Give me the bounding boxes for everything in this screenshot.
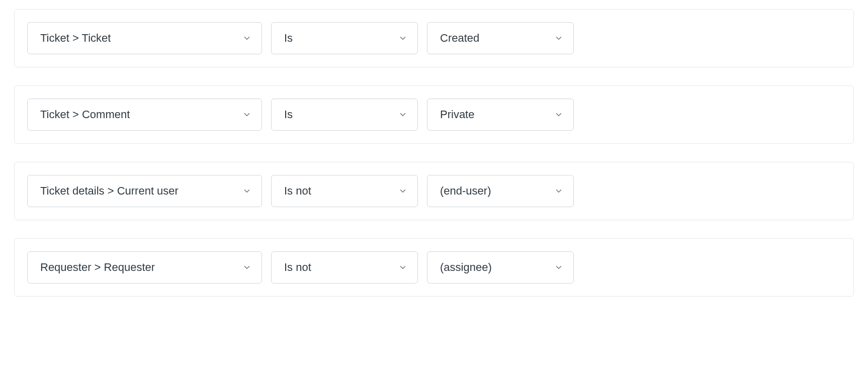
operator-label: Is not (284, 184, 311, 198)
field-label: Ticket details > Current user (40, 184, 179, 198)
value-label: Private (440, 108, 474, 121)
chevron-down-icon (398, 263, 407, 272)
operator-dropdown[interactable]: Is not (271, 175, 418, 207)
condition-row: Requester > Requester Is not (assignee) (14, 238, 854, 297)
chevron-down-icon (398, 186, 407, 196)
field-label: Requester > Requester (40, 261, 155, 274)
chevron-down-icon (242, 34, 251, 43)
chevron-down-icon (554, 110, 563, 119)
field-dropdown[interactable]: Ticket > Comment (27, 99, 262, 131)
chevron-down-icon (242, 110, 251, 119)
condition-row: Ticket details > Current user Is not (en… (14, 162, 854, 220)
chevron-down-icon (242, 186, 251, 196)
chevron-down-icon (398, 34, 407, 43)
operator-label: Is (284, 108, 293, 121)
operator-label: Is (284, 32, 293, 45)
operator-label: Is not (284, 261, 311, 274)
chevron-down-icon (554, 186, 563, 196)
chevron-down-icon (554, 263, 563, 272)
value-label: (assignee) (440, 261, 492, 274)
operator-dropdown[interactable]: Is (271, 22, 418, 54)
value-dropdown[interactable]: (end-user) (427, 175, 574, 207)
field-label: Ticket > Ticket (40, 32, 111, 45)
field-label: Ticket > Comment (40, 108, 130, 121)
operator-dropdown[interactable]: Is not (271, 251, 418, 284)
field-dropdown[interactable]: Ticket details > Current user (27, 175, 262, 207)
value-label: (end-user) (440, 184, 491, 198)
chevron-down-icon (242, 263, 251, 272)
field-dropdown[interactable]: Requester > Requester (27, 251, 262, 284)
condition-row: Ticket > Ticket Is Created (14, 9, 854, 67)
value-dropdown[interactable]: Private (427, 99, 574, 131)
chevron-down-icon (398, 110, 407, 119)
operator-dropdown[interactable]: Is (271, 99, 418, 131)
condition-row: Ticket > Comment Is Private (14, 85, 854, 144)
value-dropdown[interactable]: Created (427, 22, 574, 54)
field-dropdown[interactable]: Ticket > Ticket (27, 22, 262, 54)
value-dropdown[interactable]: (assignee) (427, 251, 574, 284)
chevron-down-icon (554, 34, 563, 43)
value-label: Created (440, 32, 479, 45)
